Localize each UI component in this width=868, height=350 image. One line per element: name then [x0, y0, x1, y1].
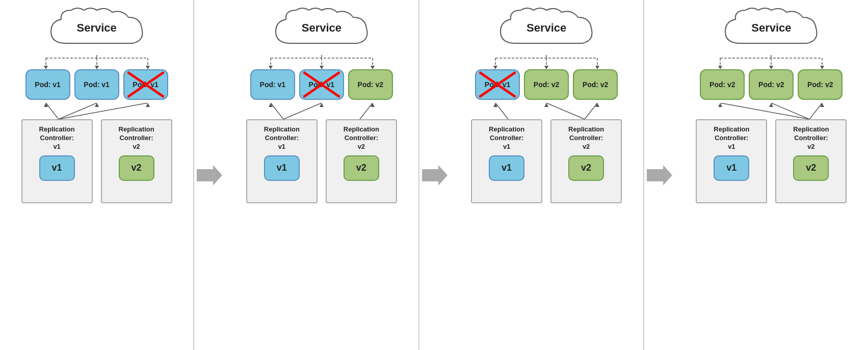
- controller-label: ReplicationController:v1: [264, 125, 300, 151]
- controller-label: ReplicationController:v1: [714, 125, 749, 151]
- svg-marker-3: [44, 66, 48, 69]
- controller-label: ReplicationController:v1: [489, 125, 524, 151]
- controller-badge-v1: v1: [489, 155, 524, 181]
- controller-2-1: ReplicationController:v1v1: [246, 119, 318, 203]
- controllers-row: ReplicationController:v1v1ReplicationCon…: [246, 119, 397, 203]
- pod-1-2: Pod: v1: [74, 69, 119, 100]
- svg-line-14: [59, 103, 148, 119]
- svg-line-25: [303, 72, 339, 97]
- svg-marker-50: [647, 165, 672, 185]
- pods-row: Pod: v1 Pod: v2Pod: v2: [475, 69, 618, 100]
- cross-icon: [124, 70, 167, 99]
- arrows-down: [470, 103, 623, 119]
- svg-marker-33: [422, 165, 448, 185]
- svg-marker-5: [95, 66, 99, 69]
- controller-1-1: ReplicationController:v1v1: [21, 119, 93, 203]
- controller-badge-v2: v2: [344, 155, 379, 181]
- svg-line-9: [127, 72, 164, 97]
- stage-arrow-1: [194, 165, 225, 185]
- svg-line-31: [360, 103, 373, 119]
- svg-marker-20: [269, 66, 273, 69]
- dashed-lines: [20, 55, 173, 69]
- svg-line-48: [585, 103, 597, 119]
- svg-marker-16: [197, 165, 222, 185]
- pod-1-1: Pod: v1: [25, 69, 70, 100]
- controller-3-1: ReplicationController:v1v1: [471, 119, 542, 203]
- service-label: Service: [751, 21, 791, 35]
- controller-1-2: ReplicationController:v2v2: [101, 119, 172, 203]
- pods-row: Pod: v1Pod: v1 Pod: v2: [250, 69, 393, 100]
- svg-line-10: [46, 103, 59, 119]
- big-arrow-icon: [197, 165, 222, 185]
- cloud-2: Service: [271, 5, 373, 51]
- pod-3-3: Pod: v2: [573, 69, 618, 100]
- arrows-down: [20, 103, 173, 119]
- service-label: Service: [302, 21, 341, 35]
- cloud-1: Service: [46, 5, 148, 51]
- dashed-lines: [470, 55, 623, 69]
- controller-badge-v1: v1: [264, 155, 300, 181]
- service-label: Service: [527, 21, 566, 35]
- svg-line-43: [480, 72, 516, 97]
- controller-label: ReplicationController:v2: [344, 125, 379, 151]
- pods-row: Pod: v2Pod: v2Pod: v2: [700, 69, 843, 100]
- pods-row: Pod: v1Pod: v1Pod: v1: [25, 69, 168, 100]
- controllers-row: ReplicationController:v1v1ReplicationCon…: [21, 119, 172, 203]
- controller-label: ReplicationController:v2: [119, 125, 154, 151]
- svg-marker-54: [718, 66, 722, 69]
- controller-badge-v2: v2: [568, 155, 604, 181]
- cross-icon: [476, 70, 519, 99]
- svg-marker-39: [544, 66, 548, 69]
- stage-2: Service Pod: v1Pod: v1 Pod: v2Replicatio…: [225, 0, 419, 350]
- diagram-container: Service Pod: v1Pod: v1Pod: v1 Replicatio…: [0, 0, 868, 350]
- pod-1-3: Pod: v1: [123, 69, 168, 100]
- pod-2-1: Pod: v1: [250, 69, 295, 100]
- svg-marker-58: [820, 66, 824, 69]
- svg-line-63: [809, 103, 822, 119]
- controllers-row: ReplicationController:v1v1ReplicationCon…: [696, 119, 847, 203]
- svg-marker-56: [769, 66, 773, 69]
- controller-2-2: ReplicationController:v2v2: [326, 119, 397, 203]
- stage-3: Service Pod: v1 Pod: v2Pod: v2Replicatio…: [450, 0, 644, 350]
- service-label: Service: [76, 21, 116, 35]
- controller-label: ReplicationController:v2: [793, 125, 829, 151]
- svg-line-26: [303, 72, 339, 97]
- pod-2-3: Pod: v2: [348, 69, 393, 100]
- svg-line-61: [771, 103, 809, 119]
- cloud-4: Service: [720, 5, 822, 51]
- pod-2-2: Pod: v1: [299, 69, 344, 100]
- svg-marker-37: [493, 66, 497, 69]
- arrows-down: [245, 103, 398, 119]
- cloud-3: Service: [495, 5, 597, 51]
- arrows-down: [695, 103, 848, 119]
- pod-4-2: Pod: v2: [749, 69, 794, 100]
- controllers-row: ReplicationController:v1v1ReplicationCon…: [471, 119, 622, 203]
- stage-1: Service Pod: v1Pod: v1Pod: v1 Replicatio…: [0, 0, 194, 350]
- svg-line-8: [127, 72, 164, 97]
- controller-4-1: ReplicationController:v1v1: [696, 119, 767, 203]
- svg-line-44: [495, 103, 508, 119]
- pod-3-2: Pod: v2: [524, 69, 569, 100]
- controller-badge-v2: v2: [119, 155, 154, 181]
- cross-icon: [300, 70, 343, 99]
- svg-marker-7: [146, 66, 150, 69]
- stage-arrow-2: [419, 165, 450, 185]
- svg-marker-24: [371, 66, 375, 69]
- controller-badge-v1: v1: [39, 155, 75, 181]
- pod-4-1: Pod: v2: [700, 69, 745, 100]
- dashed-lines: [695, 55, 848, 69]
- svg-line-59: [720, 103, 809, 119]
- stage-arrow-3: [644, 165, 675, 185]
- controller-4-2: ReplicationController:v2v2: [775, 119, 847, 203]
- pod-3-1: Pod: v1: [475, 69, 520, 100]
- svg-line-46: [546, 103, 585, 119]
- svg-marker-41: [595, 66, 599, 69]
- svg-marker-22: [320, 66, 324, 69]
- svg-line-29: [283, 103, 322, 119]
- controller-label: ReplicationController:v1: [39, 125, 75, 151]
- controller-label: ReplicationController:v2: [568, 125, 604, 151]
- stage-4: Service Pod: v2Pod: v2Pod: v2Replication…: [675, 0, 868, 350]
- dashed-lines: [245, 55, 398, 69]
- big-arrow-icon: [647, 165, 672, 185]
- big-arrow-icon: [422, 165, 448, 185]
